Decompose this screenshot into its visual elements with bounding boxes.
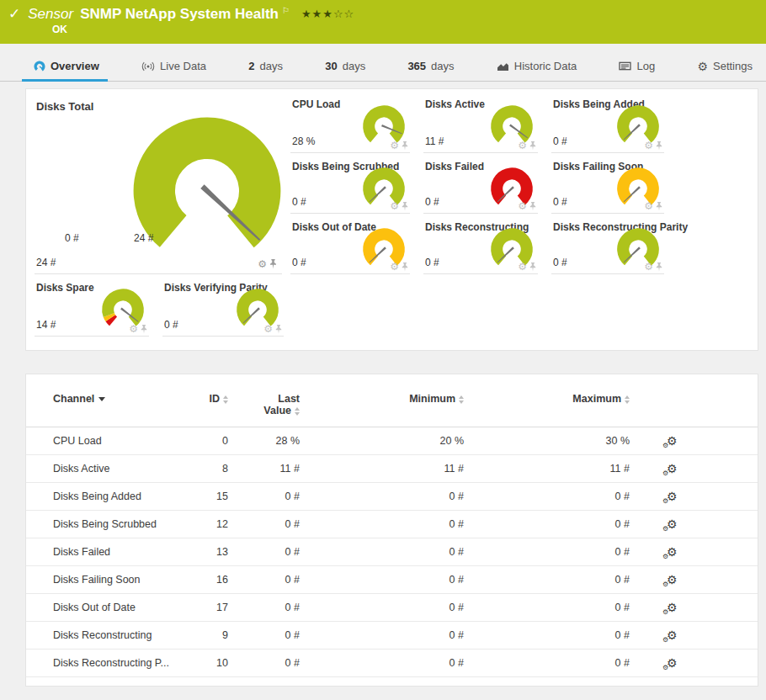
tab-2-days[interactable]: 2 days — [248, 51, 283, 81]
gear-icon[interactable]: ⚙ — [390, 262, 399, 272]
pin-icon[interactable] — [529, 262, 536, 272]
channel-settings-icon[interactable]: ⚙⚙ — [667, 573, 678, 586]
pin-icon[interactable] — [656, 262, 662, 272]
tab-log[interactable]: Log — [619, 51, 655, 81]
channel-id: 8 — [194, 455, 228, 483]
pin-icon[interactable] — [141, 325, 147, 334]
column-header-id[interactable]: ID — [194, 388, 228, 427]
column-header-actions — [630, 388, 758, 427]
gauge-value: 11 # — [425, 135, 444, 147]
object-kind-label: Sensor — [28, 6, 73, 23]
channel-row: Disks Reconstructing P...100 #0 #0 #⚙⚙ — [26, 650, 758, 677]
gear-icon[interactable]: ⚙ — [129, 324, 138, 334]
log-icon — [619, 61, 631, 72]
channel-minimum: 20 % — [300, 427, 464, 455]
channel-name[interactable]: Disks Reconstructing P... — [26, 650, 194, 677]
channel-name[interactable]: Disks Spare — [26, 677, 194, 687]
pin-icon[interactable] — [529, 141, 536, 151]
pin-icon[interactable] — [656, 141, 662, 151]
sort-desc-icon — [98, 397, 105, 401]
channel-name[interactable]: Disks Out of Date — [26, 594, 194, 622]
gauge-scale-max: 24 # — [134, 232, 153, 244]
column-header-last-value[interactable]: Last Value — [228, 388, 300, 427]
pin-icon[interactable] — [269, 259, 277, 269]
channel-name[interactable]: Disks Active — [26, 455, 194, 483]
gear-icon[interactable]: ⚙ — [390, 201, 399, 211]
tab-historic-data[interactable]: Historic Data — [497, 51, 577, 81]
gauge-tile-disks-failed[interactable]: Disks Failed 0 # ⚙ — [423, 153, 538, 214]
gear-icon[interactable]: ⚙ — [390, 141, 399, 151]
gauge-tile-disks-failing-soon[interactable]: Disks Failing Soon 0 # ⚙ — [551, 153, 664, 214]
channel-row: Disks Being Added150 #0 #0 #⚙⚙ — [26, 483, 758, 511]
channel-settings-icon[interactable]: ⚙⚙ — [667, 462, 678, 475]
gauge-tile-disks-verifying-parity[interactable]: Disks Verifying Parity 0 # ⚙ — [162, 274, 284, 337]
channel-name[interactable]: CPU Load — [26, 427, 194, 455]
gauge-tile-disks-total[interactable]: Disks Total 0 # 24 # 24 # ⚙ — [35, 91, 282, 274]
priority-star-rating[interactable]: ★★★☆☆ — [301, 8, 354, 20]
gauge-tile-disks-active[interactable]: Disks Active 11 # ⚙ — [423, 91, 538, 153]
channel-maximum: 0 # — [464, 594, 630, 622]
gear-icon[interactable]: ⚙ — [518, 262, 527, 272]
gauge-tile-disks-spare[interactable]: Disks Spare 14 # ⚙ — [35, 274, 149, 337]
tab-30-days[interactable]: 30 days — [325, 51, 365, 81]
gauge-value: 24 # — [36, 257, 56, 268]
channel-name[interactable]: Disks Being Scrubbed — [26, 511, 194, 538]
tab-live-data[interactable]: Live Data — [141, 51, 206, 81]
channel-name[interactable]: Disks Failing Soon — [26, 566, 194, 594]
pin-icon[interactable] — [402, 262, 408, 272]
gauge-tile-cpu-load[interactable]: CPU Load 28 % ⚙ — [290, 91, 410, 153]
gear-icon[interactable]: ⚙ — [258, 259, 267, 269]
channel-maximum: 0 # — [464, 650, 630, 677]
channel-id: 0 — [194, 427, 228, 455]
channel-minimum: 11 # — [300, 455, 464, 483]
gauge-tile-disks-reconstructing[interactable]: Disks Reconstructing 0 # ⚙ — [423, 214, 538, 274]
channel-settings-icon[interactable]: ⚙⚙ — [667, 490, 678, 503]
channel-minimum: 0 # — [300, 622, 464, 650]
gauge-tile-disks-being-added[interactable]: Disks Being Added 0 # ⚙ — [551, 91, 664, 153]
gauge-value: 0 # — [553, 257, 567, 268]
gear-icon[interactable]: ⚙ — [518, 201, 527, 211]
channel-id: 16 — [194, 566, 228, 594]
pin-icon[interactable] — [402, 141, 408, 151]
channel-maximum: 11 # — [464, 455, 630, 483]
pin-icon[interactable] — [529, 202, 536, 211]
gauge-value: 0 # — [425, 196, 439, 208]
channel-maximum: 0 # — [464, 622, 630, 650]
tab-overview[interactable]: Overview — [34, 51, 99, 81]
pin-icon[interactable] — [402, 202, 408, 211]
channel-maximum: 30 % — [464, 427, 630, 455]
pin-icon[interactable] — [656, 202, 662, 211]
channel-maximum: 0 # — [464, 566, 630, 594]
channel-name[interactable]: Disks Reconstructing — [26, 622, 194, 650]
gauge-tile-disks-reconstructing-parity[interactable]: Disks Reconstructing Parity 0 # ⚙ — [551, 214, 664, 274]
gauge-tile-disks-being-scrubbed[interactable]: Disks Being Scrubbed 0 # ⚙ — [290, 153, 410, 214]
gauges-panel: Disks Total 0 # 24 # 24 # ⚙ CPU Load 28 … — [25, 88, 758, 351]
channel-settings-icon[interactable]: ⚙⚙ — [667, 517, 678, 531]
gear-icon[interactable]: ⚙ — [263, 324, 273, 334]
sensor-title: SNMP NetApp System Health — [80, 6, 279, 23]
channel-settings-icon[interactable]: ⚙⚙ — [667, 601, 678, 614]
gear-icon[interactable]: ⚙ — [518, 141, 527, 151]
tab-365-days[interactable]: 365 days — [407, 51, 454, 81]
tab-settings[interactable]: ⚙ Settings — [697, 51, 753, 81]
flag-icon[interactable]: ⚐ — [282, 6, 290, 15]
column-header-channel[interactable]: Channel — [26, 388, 194, 427]
channel-settings-icon[interactable]: ⚙⚙ — [667, 545, 678, 559]
pin-icon[interactable] — [275, 325, 282, 334]
channel-settings-icon[interactable]: ⚙⚙ — [667, 628, 678, 642]
gauge-tile-disks-out-of-date[interactable]: Disks Out of Date 0 # ⚙ — [290, 214, 410, 274]
channel-table-header-row: Channel ID Last Value Minimum Maximum — [26, 388, 758, 427]
channel-settings-icon[interactable]: ⚙⚙ — [667, 656, 678, 670]
channel-settings-icon[interactable]: ⚙⚙ — [667, 434, 678, 448]
gear-icon[interactable]: ⚙ — [644, 201, 653, 211]
gauge-value: 0 # — [292, 257, 306, 268]
gear-icon[interactable]: ⚙ — [644, 262, 653, 272]
column-header-minimum[interactable]: Minimum — [300, 388, 464, 427]
channel-name[interactable]: Disks Being Added — [26, 483, 194, 511]
column-header-maximum[interactable]: Maximum — [464, 388, 630, 427]
gear-icon[interactable]: ⚙ — [644, 141, 653, 151]
sort-icon — [295, 407, 300, 416]
channel-row: CPU Load028 %20 %30 %⚙⚙ — [26, 427, 758, 455]
channel-name[interactable]: Disks Failed — [26, 538, 194, 566]
channel-settings-icon[interactable]: ⚙⚙ — [667, 684, 678, 687]
